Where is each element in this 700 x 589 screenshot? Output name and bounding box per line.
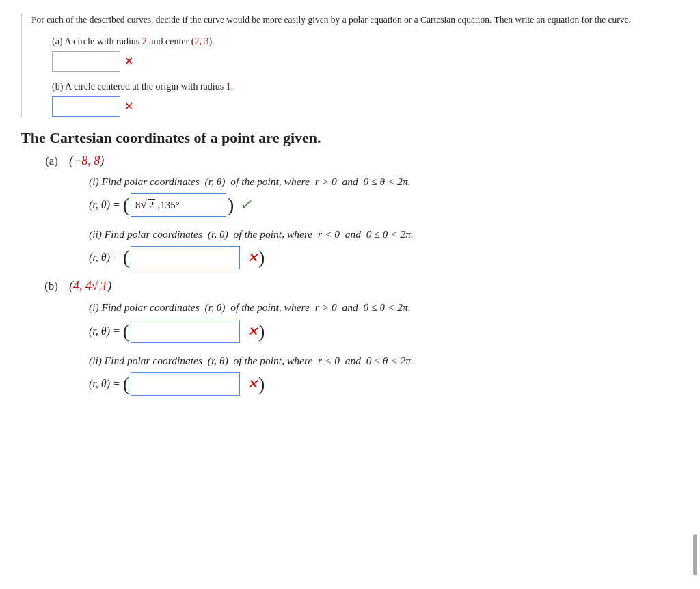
part-a-i-close-paren: ) xyxy=(228,195,234,215)
part-b-ii-answer-box[interactable] xyxy=(131,372,240,396)
part-a-coords: −8, 8 xyxy=(73,154,100,167)
intro-section: For each of the described curves, decide… xyxy=(21,14,679,117)
part-b-value: (4, 4√3) xyxy=(69,279,111,294)
part-b-i-text: (i) Find polar coordinates (r, θ) of the… xyxy=(89,299,679,315)
part-a-i-label: (r, θ) = xyxy=(89,199,123,211)
part-b-i-wrong-icon[interactable]: ✕ xyxy=(247,323,258,340)
part-b-i-open-paren: ( xyxy=(123,322,129,341)
part-b-i-close-paren: ) xyxy=(258,322,265,341)
part-b-coords: 4, 4√3 xyxy=(73,279,107,292)
part-a-input-row: ✕ xyxy=(52,51,679,72)
part-b-input[interactable] xyxy=(52,96,120,117)
part-a-wrong-icon[interactable]: ✕ xyxy=(124,55,133,68)
part-a-i-check-icon: ✓ xyxy=(239,196,252,214)
part-b-text: (b) A circle centered at the origin with… xyxy=(52,81,233,92)
part-a-sub-i: (i) Find polar coordinates (r, θ) of the… xyxy=(89,174,679,217)
part-b-ii-input[interactable] xyxy=(134,378,237,389)
part-a-input[interactable] xyxy=(52,51,120,72)
part-b-sub-ii: (ii) Find polar coordinates (r, θ) of th… xyxy=(89,353,679,396)
part-a-i-open-paren: ( xyxy=(123,195,129,215)
part-a-row: (a) (−8, 8) xyxy=(21,154,679,168)
part-a-i-answer-line: (r, θ) = ( 8√2 ,135° ) ✓ xyxy=(89,193,679,217)
part-b-label: (b) A circle centered at the origin with… xyxy=(52,81,679,92)
part-a-i-answer-value: 8√2 ,135° xyxy=(135,198,180,212)
part-b-i-input[interactable] xyxy=(134,325,237,337)
part-b-row: (b) (4, 4√3) xyxy=(21,279,679,294)
part-a-ii-open-paren: ( xyxy=(123,248,129,267)
part-a-ii-answer-line: (r, θ) = ( ✕ ) xyxy=(89,246,679,269)
part-a-radius: 2 xyxy=(142,36,147,46)
part-a-ii-wrong-icon[interactable]: ✕ xyxy=(247,249,258,266)
intro-text: For each of the described curves, decide… xyxy=(31,14,679,27)
scrollbar[interactable] xyxy=(693,534,697,575)
main-part-b: (b) (4, 4√3) (i) Find polar coordinates … xyxy=(21,279,679,396)
section-title: The Cartesian coordinates of a point are… xyxy=(21,129,679,147)
part-a-ii-label: (r, θ) = xyxy=(89,251,123,264)
part-b-sub-i: (i) Find polar coordinates (r, θ) of the… xyxy=(89,299,679,342)
part-b-ii-open-paren: ( xyxy=(123,374,129,394)
part-a-ii-close-paren: ) xyxy=(258,248,265,267)
part-a-ii-answer-box[interactable] xyxy=(131,246,240,269)
part-b-wrong-icon[interactable]: ✕ xyxy=(124,100,133,113)
part-a-value: (−8, 8) xyxy=(69,154,104,168)
part-a-center: 2, 3 xyxy=(194,36,208,46)
part-b-alpha: (b) xyxy=(21,279,58,293)
part-b-ii-answer-line: (r, θ) = ( ✕ ) xyxy=(89,372,679,396)
part-a-text: (a) A circle with radius 2 and center (2… xyxy=(52,36,215,46)
part-b-input-row: ✕ xyxy=(52,96,679,117)
part-a-ii-text: (ii) Find polar coordinates (r, θ) of th… xyxy=(89,226,679,242)
part-b-i-answer-line: (r, θ) = ( ✕ ) xyxy=(89,320,679,343)
part-b-ii-label: (r, θ) = xyxy=(89,378,123,390)
part-b-radius: 1 xyxy=(226,81,231,92)
part-a-i-answer-box: 8√2 ,135° xyxy=(131,193,226,217)
part-b-i-answer-box[interactable] xyxy=(131,320,240,343)
part-b-ii-close-paren: ) xyxy=(258,374,265,394)
main-part-a: (a) (−8, 8) (i) Find polar coordinates (… xyxy=(21,154,679,270)
part-a-ii-input[interactable] xyxy=(134,252,237,264)
part-b-i-label: (r, θ) = xyxy=(89,325,123,338)
part-a-label: (a) A circle with radius 2 and center (2… xyxy=(52,36,679,47)
part-b-ii-wrong-icon[interactable]: ✕ xyxy=(247,376,258,392)
part-a-sub-ii: (ii) Find polar coordinates (r, θ) of th… xyxy=(89,226,679,269)
part-a-i-text: (i) Find polar coordinates (r, θ) of the… xyxy=(89,174,679,189)
part-a-alpha: (a) xyxy=(21,154,58,168)
part-b-ii-text: (ii) Find polar coordinates (r, θ) of th… xyxy=(89,353,679,368)
